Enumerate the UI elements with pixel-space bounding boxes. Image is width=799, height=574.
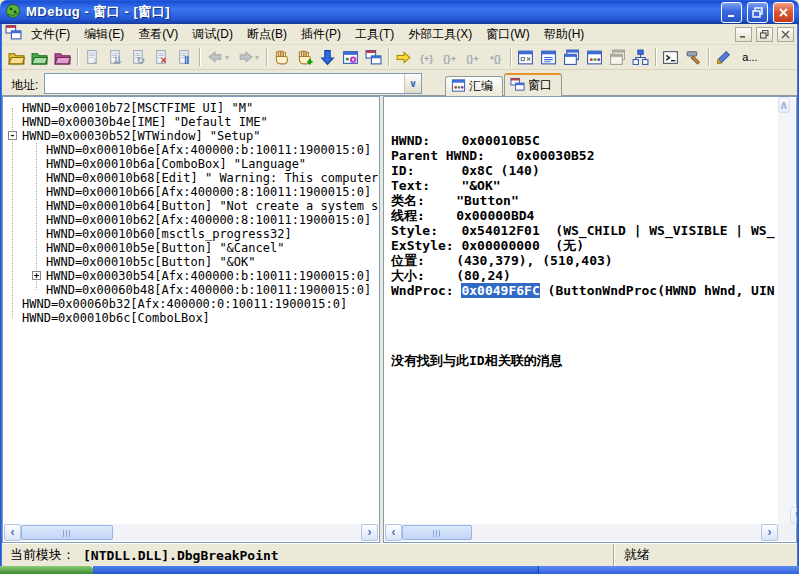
- detail-line: HWND: 0x00010B5C: [391, 133, 777, 148]
- tab-window[interactable]: 窗口: [504, 73, 562, 96]
- tree-item[interactable]: HWND=0x00010b5c[Button] "&OK": [4, 255, 378, 269]
- tree-item[interactable]: HWND=0x00030b4e[IME] "Default IME": [4, 115, 378, 129]
- run-icon[interactable]: [392, 46, 415, 68]
- build-tools-icon[interactable]: [682, 46, 705, 68]
- module-label: 当前模块：: [10, 546, 75, 564]
- menu-item-debug[interactable]: 调试(D): [185, 24, 240, 45]
- detail-line: Style: 0x54012F01 (WS_CHILD | WS_VISIBLE…: [391, 223, 777, 238]
- horizontal-scrollbar[interactable]: ‹ ›: [4, 524, 378, 541]
- address-input[interactable]: [45, 74, 404, 93]
- tree-item[interactable]: HWND=0x00010b64[Button] "Not create a sy…: [4, 199, 378, 213]
- step-over-icon[interactable]: {}+: [438, 46, 461, 68]
- tree-item-text: HWND=0x00060b48[Afx:400000:b:10011:19000…: [46, 283, 371, 297]
- menu-item-view[interactable]: 查看(V): [131, 24, 185, 45]
- close-button[interactable]: [773, 2, 794, 23]
- scroll-left-icon[interactable]: ‹: [4, 524, 21, 541]
- menu-item-plugin[interactable]: 插件(P): [294, 24, 348, 45]
- scroll-left-icon[interactable]: ‹: [385, 524, 402, 541]
- tree-item[interactable]: +HWND=0x00030b54[Afx:400000:b:10011:1900…: [4, 269, 378, 283]
- back-icon[interactable]: ▾: [203, 46, 233, 68]
- mdi-child-icon[interactable]: [5, 24, 22, 44]
- attach-hand-icon[interactable]: [293, 46, 316, 68]
- tree-item[interactable]: HWND=0x00010b5e[Button] "&Cancel": [4, 241, 378, 255]
- collapse-icon[interactable]: -: [8, 131, 17, 140]
- tree-item[interactable]: HWND=0x00010b72[MSCTFIME UI] "M": [4, 101, 378, 115]
- status-bar: 当前模块： [NTDLL.DLL].DbgBreakPoint 就绪: [2, 543, 797, 566]
- svg-text:{+}: {+}: [420, 52, 433, 63]
- scroll-right-icon[interactable]: ›: [361, 524, 378, 541]
- tree-item-text: HWND=0x00030b4e[IME] "Default IME": [22, 115, 268, 129]
- scroll-up-icon[interactable]: ∧: [778, 97, 790, 113]
- detail-line: ExStyle: 0x00000000 (无): [391, 238, 777, 253]
- stack-window-icon[interactable]: [560, 46, 583, 68]
- menu-item-external-tools[interactable]: 外部工具(X): [401, 24, 479, 45]
- detail-line: 类名: "Button": [391, 193, 777, 208]
- expand-icon[interactable]: +: [32, 271, 41, 280]
- restore-button[interactable]: [747, 2, 768, 23]
- reload-module-icon[interactable]: ↻: [127, 46, 150, 68]
- windows-cascade-icon: [510, 77, 525, 95]
- menu-item-file[interactable]: 文件(F): [24, 24, 77, 45]
- tree-item[interactable]: HWND=0x00010b60[msctls_progress32]: [4, 227, 378, 241]
- dump-down-icon[interactable]: ↓: [81, 46, 104, 68]
- status-ready-section: 就绪: [614, 546, 797, 564]
- threads-window-icon[interactable]: [606, 46, 629, 68]
- wndproc-highlight: 0x0049F6FC: [461, 283, 539, 298]
- tab-assembly[interactable]: 汇编: [445, 76, 503, 96]
- open-dump-icon[interactable]: [51, 46, 74, 68]
- tree-item[interactable]: HWND=0x00060b32[Afx:400000:0:10011:19000…: [4, 297, 378, 311]
- tree-item[interactable]: HWND=0x00010b68[Edit] " Warning: This co…: [4, 171, 378, 185]
- run-to-return-icon[interactable]: *{}: [484, 46, 507, 68]
- window-tree: HWND=0x00010b72[MSCTFIME UI] "M"HWND=0x0…: [4, 98, 378, 524]
- step-into-icon[interactable]: {+}: [415, 46, 438, 68]
- tree-item[interactable]: HWND=0x00010b6c[ComboLBox]: [4, 311, 378, 325]
- open-process-icon[interactable]: [28, 46, 51, 68]
- go-to-address-icon[interactable]: [316, 46, 339, 68]
- window-details: HWND: 0x00010B5CParent HWND: 0x00030B52I…: [391, 103, 777, 523]
- refresh-windows-icon[interactable]: [362, 46, 385, 68]
- step-out-icon[interactable]: (}+: [461, 46, 484, 68]
- tree-item[interactable]: -HWND=0x00030b52[WTWindow] "Setup": [4, 129, 378, 143]
- console-window-icon[interactable]: [659, 46, 682, 68]
- scroll-right-icon[interactable]: ›: [761, 524, 778, 541]
- menu-item-breakpoint[interactable]: 断点(B): [240, 24, 294, 45]
- memory-window-icon[interactable]: [583, 46, 606, 68]
- scrollbar-thumb[interactable]: [21, 525, 113, 540]
- font-label-icon[interactable]: a...: [735, 46, 765, 68]
- delete-module-icon[interactable]: ×: [150, 46, 173, 68]
- tree-item-text: HWND=0x00060b32[Afx:400000:0:10011:19000…: [22, 297, 347, 311]
- window-options-icon[interactable]: [339, 46, 362, 68]
- chevron-down-icon[interactable]: ∨: [404, 74, 421, 93]
- svg-text:↻: ↻: [136, 54, 145, 66]
- menu-item-tools[interactable]: 工具(T): [348, 24, 401, 45]
- menu-item-window[interactable]: 窗口(W): [479, 24, 536, 45]
- watch-window-icon[interactable]: [514, 46, 537, 68]
- tree-item[interactable]: HWND=0x00010b66[Afx:400000:8:10011:19000…: [4, 185, 378, 199]
- child-minimize-button[interactable]: [735, 27, 752, 42]
- horizontal-scrollbar[interactable]: ‹ ›: [385, 524, 778, 541]
- tree-item[interactable]: HWND=0x00010b6e[Afx:400000:b:10011:19000…: [4, 143, 378, 157]
- menu-item-edit[interactable]: 编辑(E): [77, 24, 131, 45]
- list-window-icon[interactable]: [537, 46, 560, 68]
- menu-item-help[interactable]: 帮助(H): [537, 24, 592, 45]
- child-close-button[interactable]: [777, 27, 794, 42]
- child-restore-button[interactable]: [756, 27, 773, 42]
- tree-item[interactable]: HWND=0x00060b48[Afx:400000:b:10011:19000…: [4, 283, 378, 297]
- pause-module-icon[interactable]: ‖: [173, 46, 196, 68]
- svg-text:×: ×: [161, 54, 167, 66]
- vertical-scrollbar[interactable]: ∧ ∨: [778, 98, 795, 524]
- tree-item[interactable]: HWND=0x00010b6a[ComboBox] "Language": [4, 157, 378, 171]
- modules-window-icon[interactable]: [629, 46, 652, 68]
- break-hand-icon[interactable]: [270, 46, 293, 68]
- menu-bar: 文件(F)编辑(E)查看(V)调试(D)断点(B)插件(P)工具(T)外部工具(…: [2, 24, 797, 45]
- forward-icon[interactable]: ▾: [233, 46, 263, 68]
- svg-text:(}+: (}+: [466, 52, 479, 63]
- minimize-button[interactable]: [721, 2, 742, 23]
- edit-comment-icon[interactable]: [712, 46, 735, 68]
- dump-down-all-icon[interactable]: ⇊: [104, 46, 127, 68]
- scrollbar-thumb[interactable]: [402, 525, 472, 540]
- tree-item[interactable]: HWND=0x00010b62[Afx:400000:8:10011:19000…: [4, 213, 378, 227]
- open-file-icon[interactable]: [5, 46, 28, 68]
- start-button[interactable]: [0, 566, 93, 574]
- address-combobox[interactable]: ∨: [44, 73, 422, 94]
